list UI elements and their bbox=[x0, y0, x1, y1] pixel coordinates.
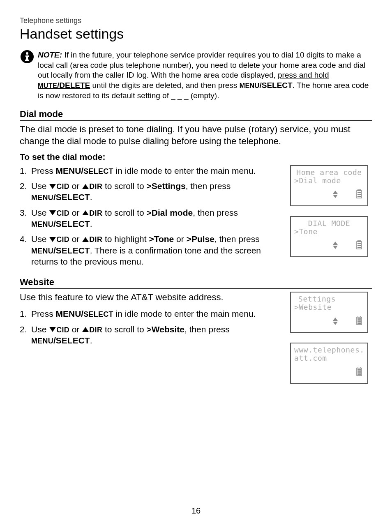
lcd-screen: DIAL MODE >Tone bbox=[290, 216, 368, 257]
svg-rect-13 bbox=[357, 245, 361, 246]
page-number: 16 bbox=[0, 506, 392, 516]
lcd-screen: www.telephones. att.com bbox=[290, 343, 368, 384]
lcd-screen: Settings >Website bbox=[290, 292, 368, 333]
section-heading-website: Website bbox=[20, 277, 372, 289]
svg-rect-19 bbox=[357, 322, 361, 324]
page-title: Handset settings bbox=[20, 26, 372, 42]
info-icon bbox=[20, 49, 35, 66]
step: Use CID or DIR to scroll to >Website, th… bbox=[20, 324, 282, 346]
note-text: NOTE: If in the future, your telephone s… bbox=[37, 50, 372, 101]
website-steps: Press MENU/SELECT in idle mode to enter … bbox=[20, 308, 282, 346]
dial-mode-intro: The dial mode is preset to tone dialing.… bbox=[20, 124, 372, 147]
nav-arrows-icon bbox=[333, 242, 338, 249]
battery-icon bbox=[356, 240, 362, 251]
step: Use CID or DIR to scroll to >Dial mode, … bbox=[20, 207, 282, 230]
note-body: If in the future, your telephone service… bbox=[38, 51, 369, 100]
dial-mode-steps: Press MENU/SELECT in idle mode to enter … bbox=[20, 165, 282, 267]
svg-rect-18 bbox=[357, 320, 361, 322]
step: Use CID or DIR to scroll to >Settings, t… bbox=[20, 180, 282, 203]
section-heading-dial-mode: Dial mode bbox=[20, 109, 372, 121]
breadcrumb: Telephone settings bbox=[20, 16, 372, 25]
step: Press MENU/SELECT in idle mode to enter … bbox=[20, 165, 282, 176]
battery-icon bbox=[356, 367, 362, 377]
website-intro: Use this feature to view the AT&T websit… bbox=[20, 292, 282, 303]
svg-rect-14 bbox=[357, 247, 361, 248]
dial-mode-subheading: To set the dial mode: bbox=[20, 152, 372, 162]
lcd-line1: DIAL MODE bbox=[294, 219, 364, 228]
nav-arrows-icon bbox=[333, 318, 338, 325]
nav-arrows-icon bbox=[333, 191, 338, 198]
svg-rect-4 bbox=[25, 60, 29, 61]
lcd-line1: www.telephones. bbox=[294, 346, 364, 354]
svg-rect-9 bbox=[357, 196, 361, 197]
svg-point-1 bbox=[26, 52, 28, 55]
battery-icon bbox=[356, 189, 362, 200]
lcd-screen: Home area code >Dial mode bbox=[290, 165, 368, 206]
lcd-line1: Settings bbox=[294, 295, 364, 303]
svg-rect-8 bbox=[357, 194, 361, 195]
battery-icon bbox=[356, 316, 362, 326]
note-label: NOTE: bbox=[38, 51, 62, 59]
svg-rect-17 bbox=[357, 318, 361, 320]
svg-rect-24 bbox=[357, 373, 361, 375]
lcd-line2: >Website bbox=[294, 303, 364, 311]
step: Use CID or DIR to highlight >Tone or >Pu… bbox=[20, 233, 282, 267]
svg-rect-22 bbox=[357, 369, 361, 371]
lcd-line2: >Tone bbox=[294, 228, 364, 236]
step: Press MENU/SELECT in idle mode to enter … bbox=[20, 308, 282, 319]
lcd-line1: Home area code bbox=[294, 168, 364, 177]
svg-rect-12 bbox=[357, 243, 361, 244]
lcd-line2: >Dial mode bbox=[294, 177, 364, 185]
note-block: NOTE: If in the future, your telephone s… bbox=[20, 50, 372, 101]
lcd-line2: att.com bbox=[294, 354, 364, 362]
svg-rect-23 bbox=[357, 371, 361, 373]
svg-rect-7 bbox=[357, 192, 361, 193]
